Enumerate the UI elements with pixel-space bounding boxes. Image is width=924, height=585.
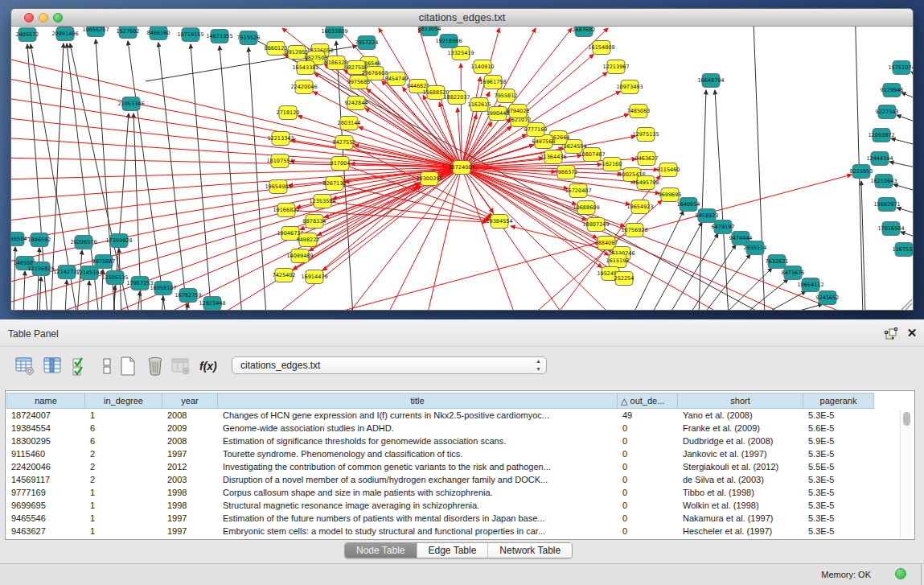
graph-node[interactable]: 252254	[614, 272, 634, 286]
table-cell[interactable]: de Silva et al. (2003)	[678, 473, 803, 486]
graph-edge[interactable]	[191, 44, 211, 311]
delete-table-icon[interactable]	[170, 355, 191, 377]
graph-node[interactable]: 8454749	[385, 72, 409, 86]
graph-node[interactable]: 8660123	[265, 42, 288, 56]
graph-edge[interactable]	[462, 167, 602, 267]
table-cell[interactable]: Tourette syndrome. Phenomenology and cla…	[218, 447, 618, 460]
graph-node[interactable]: 1640954	[677, 198, 700, 212]
graph-node[interactable]: 162160	[602, 158, 622, 171]
tab-node-table[interactable]: Node Table	[345, 543, 417, 558]
table-cell[interactable]: 5.3E-5	[803, 525, 874, 538]
table-cell[interactable]: Disruption of a novel member of a sodium…	[218, 473, 618, 486]
graph-edge[interactable]	[891, 138, 914, 146]
graph-node[interactable]: 6794028	[507, 105, 530, 118]
table-cell[interactable]: 1	[85, 525, 162, 538]
table-cell[interactable]: 6	[85, 422, 162, 435]
graph-node[interactable]: 7632621	[766, 255, 789, 269]
graph-node[interactable]: 2405572	[16, 28, 39, 42]
graph-node[interactable]: 7955812	[495, 89, 518, 103]
graph-node[interactable]: 8471676	[782, 266, 805, 280]
table-cell[interactable]: 2009	[162, 422, 218, 435]
graph-node[interactable]: 8215953	[850, 165, 873, 179]
graph-edge[interactable]	[359, 127, 462, 167]
select-all-icon[interactable]	[71, 355, 92, 377]
network-window[interactable]: citations_edges.txt 86601238912955182260…	[10, 8, 914, 311]
table-row[interactable]: 969969511998Structural magnetic resonanc…	[6, 499, 874, 512]
table-cell[interactable]: 1998	[162, 499, 218, 512]
table-cell[interactable]: Structural magnetic resonance image aver…	[218, 499, 618, 512]
graph-edge[interactable]	[11, 167, 462, 284]
table-cell[interactable]: Nakamura et al. (1997)	[678, 512, 803, 525]
table-cell[interactable]: 5.3E-5	[803, 447, 874, 460]
table-cell[interactable]: 5.3E-5	[803, 409, 874, 422]
table-cell[interactable]: 22420046	[6, 460, 85, 473]
graph-node[interactable]: 12505135	[101, 271, 128, 285]
graph-node[interactable]: 9242844	[345, 97, 368, 110]
graph-node[interactable]: 16958107	[150, 282, 176, 295]
graph-edge[interactable]	[138, 291, 140, 311]
graph-edge[interactable]	[11, 167, 462, 179]
column-header-short[interactable]: short	[678, 393, 803, 409]
table-cell[interactable]: 2008	[162, 409, 218, 422]
graph-node[interactable]: 10688609	[573, 201, 599, 215]
graph-edge[interactable]	[11, 158, 462, 167]
table-row[interactable]: 911546021997Tourette syndrome. Phenomeno…	[6, 447, 874, 460]
table-cell[interactable]: Investigating the contribution of common…	[218, 460, 618, 473]
graph-node[interactable]: 19166822	[273, 204, 299, 217]
graph-node[interactable]: 1527602	[117, 27, 140, 39]
function-builder-icon[interactable]: f(x)	[199, 360, 217, 373]
table-cell[interactable]: 19384554	[6, 422, 85, 435]
graph-node[interactable]: 13325419	[447, 47, 474, 60]
table-cell[interactable]: 9463627	[6, 525, 85, 538]
tab-edge-table[interactable]: Edge Table	[417, 543, 488, 558]
table-cell[interactable]: 1997	[162, 512, 218, 525]
table-cell[interactable]: 5.3E-5	[803, 486, 874, 499]
table-cell[interactable]: 0	[618, 512, 678, 525]
graph-node[interactable]: 9699695	[659, 188, 682, 202]
table-row[interactable]: 1938455462009Genome-wide association stu…	[6, 422, 874, 435]
graph-node[interactable]: 9245652	[816, 291, 840, 305]
graph-edge[interactable]	[668, 233, 718, 311]
graph-edge[interactable]	[23, 271, 25, 311]
graph-node[interactable]: 15692971	[873, 198, 900, 212]
select-columns-icon[interactable]	[42, 355, 63, 377]
table-cell[interactable]: 18724007	[6, 409, 85, 422]
table-cell[interactable]: 9699695	[6, 499, 85, 512]
table-cell[interactable]: Jankovic et al. (1997)	[678, 447, 803, 460]
graph-edge[interactable]	[897, 208, 914, 215]
graph-node[interactable]: 9227343	[876, 105, 899, 119]
graph-node[interactable]: 19654985	[265, 180, 291, 194]
table-cell[interactable]: 5.3E-5	[803, 499, 874, 512]
delete-column-icon[interactable]	[145, 355, 166, 377]
graph-edge[interactable]	[462, 167, 515, 311]
graph-node[interactable]: 2803144	[338, 117, 361, 130]
table-cell[interactable]: 2	[85, 460, 162, 473]
table-cell[interactable]: 2012	[162, 460, 218, 473]
graph-node[interactable]: 1846592	[28, 233, 51, 247]
table-cell[interactable]: Corpus callosum shape and size in male p…	[218, 486, 618, 499]
graph-node[interactable]: 1615192	[606, 254, 630, 268]
column-header-out_degree[interactable]: △ out_de...	[618, 393, 678, 409]
graph-node[interactable]: 16033809	[321, 27, 347, 39]
graph-node[interactable]: 8267130	[323, 177, 347, 191]
table-cell[interactable]: Stergiakouli et al. (2012)	[678, 460, 803, 473]
graph-node[interactable]: 12213967	[602, 60, 629, 74]
graph-node[interactable]: 19384554	[486, 215, 512, 229]
table-cell[interactable]: 49	[618, 409, 678, 422]
graph-edge[interactable]	[461, 64, 462, 167]
graph-node[interactable]: 8878334	[303, 215, 326, 229]
column-header-year[interactable]: year	[162, 393, 218, 409]
tab-network-table[interactable]: Network Table	[487, 543, 572, 558]
graph-node[interactable]: 9975685	[347, 76, 371, 89]
graph-edge[interactable]	[65, 280, 67, 311]
table-cell[interactable]: 0	[618, 435, 678, 447]
graph-node[interactable]: 1140910	[471, 60, 495, 74]
vertical-scrollbar[interactable]	[900, 410, 912, 538]
graph-edge[interactable]	[901, 232, 914, 239]
table-row[interactable]: 946362711997Embryonic stem cells: a mode…	[6, 525, 874, 538]
graph-edge[interactable]	[901, 93, 914, 101]
graph-edge[interactable]	[651, 222, 702, 311]
graph-node[interactable]: 9115460	[657, 163, 680, 177]
graph-node[interactable]: 12444194	[866, 152, 893, 166]
graph-node[interactable]: 12093872	[868, 129, 894, 142]
